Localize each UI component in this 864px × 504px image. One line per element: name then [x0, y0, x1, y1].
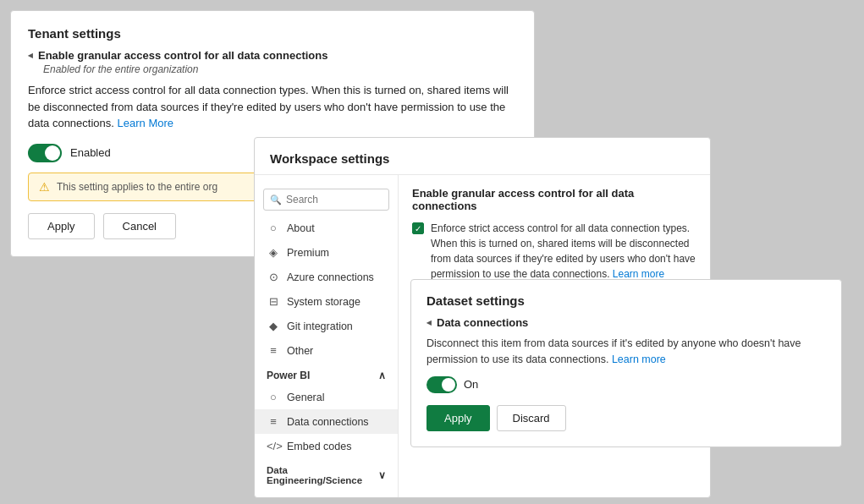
sidebar-item-premium[interactable]: ◈ Premium	[255, 240, 398, 265]
tenant-cancel-button[interactable]: Cancel	[103, 213, 176, 239]
ws-content-heading: Enable granular access control for all d…	[412, 187, 696, 212]
data-engineering-collapse-icon: ∨	[378, 469, 386, 481]
collapse-arrow-icon: ◂	[28, 50, 33, 61]
workspace-sidebar: 🔍 ○ About ◈ Premium ⊙ Azure connections …	[255, 175, 399, 497]
dataset-toggle-row: On	[426, 376, 826, 393]
workspace-search-container: 🔍	[255, 184, 398, 216]
power-bi-section-label: Power BI	[267, 370, 310, 381]
data-engineering-section-header[interactable]: Data Engineering/Science ∨	[255, 458, 398, 489]
sidebar-item-general[interactable]: ○ General	[255, 385, 398, 409]
dataset-description: Disconnect this item from data sources i…	[426, 336, 826, 368]
tenant-enabled-label: Enabled	[70, 146, 111, 159]
dataset-discard-button[interactable]: Discard	[497, 405, 566, 431]
search-input[interactable]	[263, 189, 389, 211]
other-icon: ≡	[267, 344, 280, 357]
sidebar-item-embed-codes[interactable]: </> Embed codes	[255, 434, 398, 458]
tenant-enabled-toggle[interactable]	[28, 144, 62, 162]
azure-icon: ⊙	[267, 271, 280, 283]
tenant-description: Enforce strict access control for all da…	[28, 82, 517, 132]
tenant-section-title-text: Enable granular access control for all d…	[38, 49, 327, 62]
dataset-section-title-text: Data connections	[437, 316, 528, 329]
dataset-button-row: Apply Discard	[426, 405, 826, 431]
tenant-warning-text: This setting applies to the entire org	[57, 181, 217, 193]
dataset-collapse-arrow-icon: ◂	[426, 317, 432, 328]
search-icon: 🔍	[270, 194, 282, 205]
about-icon: ○	[267, 222, 280, 234]
workspace-settings-title: Workspace settings	[255, 138, 710, 175]
sidebar-item-git-integration[interactable]: ◆ Git integration	[255, 314, 398, 338]
sidebar-azure-label: Azure connections	[287, 271, 374, 283]
sidebar-item-other[interactable]: ≡ Other	[255, 338, 398, 363]
dataset-settings-panel: Dataset settings ◂ Data connections Disc…	[410, 279, 842, 447]
premium-icon: ◈	[267, 246, 280, 259]
dataset-section-title: ◂ Data connections	[426, 316, 826, 329]
dataset-apply-button[interactable]: Apply	[426, 405, 490, 431]
sidebar-item-data-connections[interactable]: ≡ Data connections	[255, 409, 398, 434]
power-bi-collapse-icon: ∧	[378, 370, 386, 381]
dataset-on-toggle[interactable]	[426, 376, 457, 393]
dataset-learn-more-link[interactable]: Learn more	[612, 353, 666, 365]
sidebar-storage-label: System storage	[287, 296, 360, 308]
warning-icon: ⚠	[39, 180, 50, 194]
sidebar-embed-codes-label: Embed codes	[287, 441, 351, 452]
general-icon: ○	[267, 391, 280, 403]
ws-learn-more-link[interactable]: Learn more	[613, 268, 664, 280]
ws-checkbox-row: ✓ Enforce strict access control for all …	[412, 221, 696, 282]
sidebar-item-about[interactable]: ○ About	[255, 216, 398, 240]
dataset-on-label: On	[464, 378, 478, 391]
dataset-title: Dataset settings	[426, 293, 826, 308]
sidebar-premium-label: Premium	[287, 247, 329, 259]
storage-icon: ⊟	[267, 295, 280, 308]
tenant-section-header: ◂ Enable granular access control for all…	[28, 49, 517, 62]
sidebar-data-connections-label: Data connections	[287, 416, 369, 428]
power-bi-section-header[interactable]: Power BI ∧	[255, 363, 398, 385]
ws-content-desc: Enforce strict access control for all da…	[431, 221, 696, 282]
data-connections-icon: ≡	[267, 415, 280, 428]
sidebar-item-system-storage[interactable]: ⊟ System storage	[255, 289, 398, 314]
tenant-learn-more-link[interactable]: Learn More	[118, 117, 173, 129]
sidebar-other-label: Other	[287, 345, 313, 357]
sidebar-about-label: About	[287, 222, 315, 234]
tenant-subtitle: Enabled for the entire organization	[43, 63, 517, 75]
git-icon: ◆	[267, 320, 280, 332]
sidebar-general-label: General	[287, 392, 324, 403]
embed-codes-icon: </>	[267, 440, 280, 452]
sidebar-item-azure-connections[interactable]: ⊙ Azure connections	[255, 265, 398, 289]
ws-checkbox[interactable]: ✓	[412, 222, 424, 234]
sidebar-git-label: Git integration	[287, 320, 353, 332]
data-engineering-label: Data Engineering/Science	[267, 465, 362, 485]
tenant-settings-title: Tenant settings	[28, 26, 517, 41]
search-wrap: 🔍	[263, 189, 389, 211]
tenant-apply-button[interactable]: Apply	[28, 213, 95, 239]
